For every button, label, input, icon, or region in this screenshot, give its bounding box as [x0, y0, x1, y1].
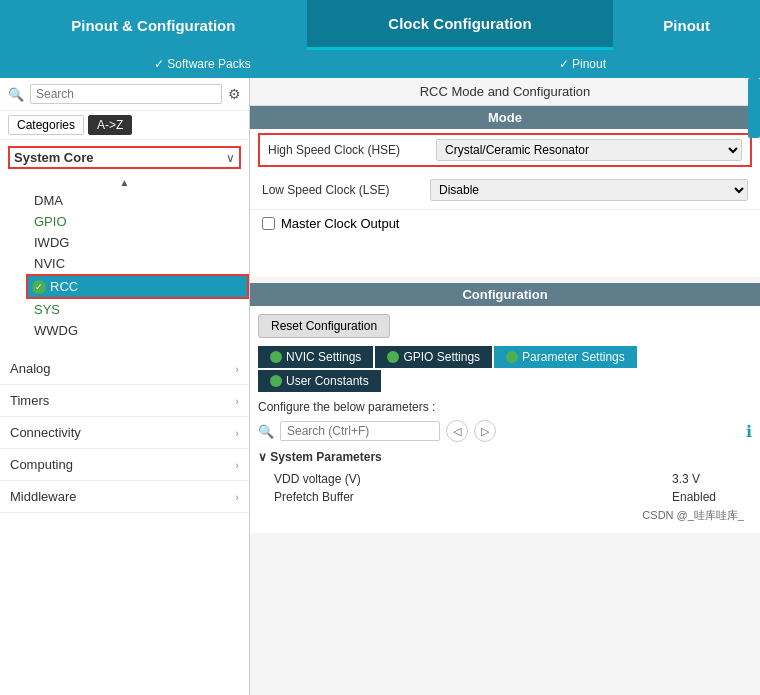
- sidebar-item-analog[interactable]: Analog ›: [0, 353, 249, 385]
- param-search-input[interactable]: [280, 421, 440, 441]
- config-section: Configuration Reset Configuration NVIC S…: [250, 283, 760, 533]
- mode-section: Mode High Speed Clock (HSE) Crystal/Cera…: [250, 106, 760, 277]
- user-dot-icon: [270, 375, 282, 387]
- tab-pinout-right-label: Pinout: [663, 17, 710, 34]
- sidebar-items: DMA GPIO IWDG NVIC ✓ RCC SYS WWDG: [0, 190, 249, 341]
- sidebar-item-computing[interactable]: Computing ›: [0, 449, 249, 481]
- timers-chevron-icon: ›: [235, 395, 239, 407]
- info-button[interactable]: ℹ: [746, 422, 752, 441]
- computing-chevron-icon: ›: [235, 459, 239, 471]
- hse-row: High Speed Clock (HSE) Crystal/Ceramic R…: [258, 133, 752, 167]
- list-item-rcc[interactable]: ✓ RCC: [26, 274, 249, 299]
- nav-items: Analog › Timers › Connectivity › Computi…: [0, 353, 249, 513]
- param-search-row: 🔍 ◁ ▷ ℹ: [258, 420, 752, 442]
- lse-row: Low Speed Clock (LSE) Disable Crystal/Ce…: [250, 171, 760, 210]
- tab-clock[interactable]: Clock Configuration: [307, 0, 614, 50]
- spacer: [250, 237, 760, 277]
- lse-label: Low Speed Clock (LSE): [262, 183, 422, 197]
- tab-pinout[interactable]: Pinout & Configuration: [0, 0, 307, 50]
- content: RCC Mode and Configuration Mode High Spe…: [250, 78, 760, 695]
- mode-header: Mode: [250, 106, 760, 129]
- sidebar-item-timers[interactable]: Timers ›: [0, 385, 249, 417]
- list-item-sys[interactable]: SYS: [30, 299, 249, 320]
- analog-label: Analog: [10, 361, 50, 376]
- tab-pinout-label: Pinout & Configuration: [71, 17, 235, 34]
- lse-select[interactable]: Disable Crystal/Ceramic Resonator BYPASS…: [430, 179, 748, 201]
- list-item-wwdg[interactable]: WWDG: [30, 320, 249, 341]
- tab-pinout-right[interactable]: Pinout: [613, 0, 760, 50]
- search-icon: 🔍: [8, 87, 24, 102]
- software-packs-link[interactable]: ✓ Software Packs: [154, 57, 251, 71]
- tab-az[interactable]: A->Z: [88, 115, 132, 135]
- master-clock-row: Master Clock Output: [250, 210, 760, 237]
- sidebar-search-row: 🔍 ⚙: [0, 78, 249, 111]
- prefetch-label: Prefetch Buffer: [258, 490, 672, 504]
- pinout-link[interactable]: ✓ Pinout: [559, 57, 606, 71]
- tab-categories[interactable]: Categories: [8, 115, 84, 135]
- tab-user-constants[interactable]: User Constants: [258, 370, 381, 392]
- middleware-label: Middleware: [10, 489, 76, 504]
- table-row: VDD voltage (V) 3.3 V: [258, 470, 752, 488]
- param-section-title: ∨ System Parameters: [258, 448, 752, 466]
- gear-icon[interactable]: ⚙: [228, 86, 241, 102]
- config-header: Configuration: [250, 283, 760, 306]
- sidebar-item-middleware[interactable]: Middleware ›: [0, 481, 249, 513]
- tab-gpio-settings[interactable]: GPIO Settings: [375, 346, 492, 368]
- user-constants-label: User Constants: [286, 374, 369, 388]
- sub-header: ✓ Software Packs ✓ Pinout: [0, 50, 760, 78]
- tab-parameter-settings[interactable]: Parameter Settings: [494, 346, 637, 368]
- param-collapse-icon: ∨: [258, 450, 270, 464]
- sidebar-item-connectivity[interactable]: Connectivity ›: [0, 417, 249, 449]
- param-search-icon: 🔍: [258, 424, 274, 439]
- vdd-label: VDD voltage (V): [258, 472, 672, 486]
- table-row: Prefetch Buffer Enabled: [258, 488, 752, 506]
- gpio-settings-label: GPIO Settings: [403, 350, 480, 364]
- connectivity-chevron-icon: ›: [235, 427, 239, 439]
- nav-next-button[interactable]: ▷: [474, 420, 496, 442]
- reset-config-button[interactable]: Reset Configuration: [258, 314, 390, 338]
- computing-label: Computing: [10, 457, 73, 472]
- tab-clock-label: Clock Configuration: [388, 15, 531, 32]
- gpio-dot-icon: [387, 351, 399, 363]
- prefetch-value: Enabled: [672, 490, 752, 504]
- middleware-chevron-icon: ›: [235, 491, 239, 503]
- system-core-section[interactable]: System Core ∨: [8, 146, 241, 169]
- sidebar-arrow-up: ▲: [0, 175, 249, 190]
- list-item-nvic[interactable]: NVIC: [30, 253, 249, 274]
- main-layout: 🔍 ⚙ Categories A->Z System Core ∨ ▲ DMA …: [0, 78, 760, 695]
- scrollbar-thumb[interactable]: [748, 78, 760, 138]
- connectivity-label: Connectivity: [10, 425, 81, 440]
- config-body: Reset Configuration NVIC Settings GPIO S…: [250, 306, 760, 533]
- analog-chevron-icon: ›: [235, 363, 239, 375]
- top-header: Pinout & Configuration Clock Configurati…: [0, 0, 760, 50]
- rcc-check-icon: ✓: [32, 280, 46, 294]
- master-clock-label: Master Clock Output: [281, 216, 400, 231]
- search-input[interactable]: [30, 84, 222, 104]
- sidebar: 🔍 ⚙ Categories A->Z System Core ∨ ▲ DMA …: [0, 78, 250, 695]
- hse-select[interactable]: Crystal/Ceramic Resonator Disable BYPASS…: [436, 139, 742, 161]
- parameter-settings-label: Parameter Settings: [522, 350, 625, 364]
- system-core-title: System Core: [14, 150, 93, 165]
- list-item-gpio[interactable]: GPIO: [30, 211, 249, 232]
- configure-text: Configure the below parameters :: [258, 398, 752, 420]
- list-item-iwdg[interactable]: IWDG: [30, 232, 249, 253]
- timers-label: Timers: [10, 393, 49, 408]
- sidebar-tabs: Categories A->Z: [0, 111, 249, 140]
- nvic-dot-icon: [270, 351, 282, 363]
- config-tabs: NVIC Settings GPIO Settings Parameter Se…: [258, 346, 752, 392]
- rcc-label: RCC: [50, 279, 78, 294]
- tab-nvic-settings[interactable]: NVIC Settings: [258, 346, 373, 368]
- list-item-dma[interactable]: DMA: [30, 190, 249, 211]
- param-dot-icon: [506, 351, 518, 363]
- nav-prev-button[interactable]: ◁: [446, 420, 468, 442]
- rcc-title: RCC Mode and Configuration: [250, 78, 760, 106]
- watermark: CSDN @_哇库哇库_: [258, 506, 752, 525]
- vdd-value: 3.3 V: [672, 472, 752, 486]
- hse-label: High Speed Clock (HSE): [268, 143, 428, 157]
- nvic-settings-label: NVIC Settings: [286, 350, 361, 364]
- master-clock-checkbox[interactable]: [262, 217, 275, 230]
- expand-icon: ∨: [226, 151, 235, 165]
